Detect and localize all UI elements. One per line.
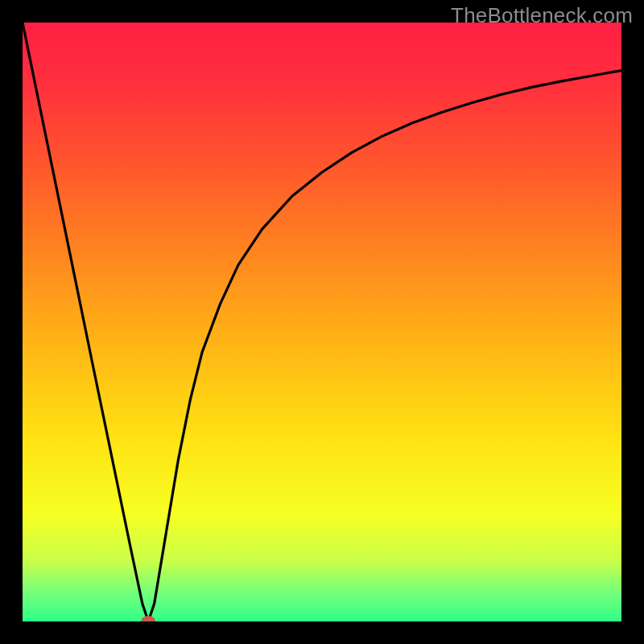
optimal-point-marker <box>141 616 155 621</box>
chart-svg <box>23 23 621 621</box>
chart-frame: TheBottleneck.com <box>0 0 644 644</box>
watermark-text: TheBottleneck.com <box>451 3 633 28</box>
plot-area <box>23 23 621 621</box>
bottleneck-curve <box>23 23 621 621</box>
